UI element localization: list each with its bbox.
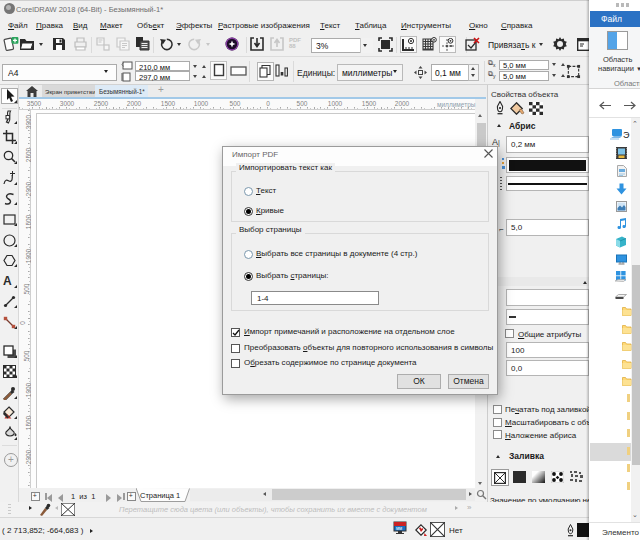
- svg-text:мм: мм: [396, 526, 402, 531]
